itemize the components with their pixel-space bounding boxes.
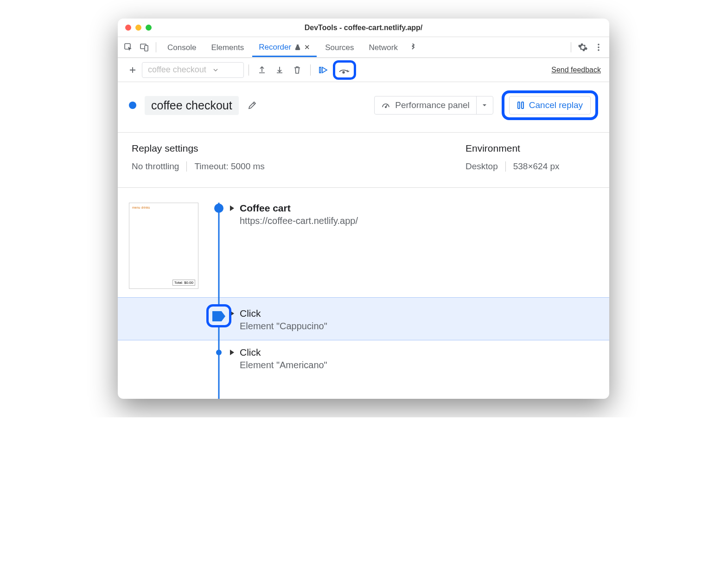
inspect-icon[interactable] — [121, 40, 135, 54]
recording-name[interactable]: coffee checkout — [145, 96, 239, 115]
import-icon[interactable] — [271, 62, 288, 78]
settings-gear-icon[interactable] — [576, 40, 590, 54]
current-step-arrow-icon — [212, 311, 225, 321]
tab-label: Recorder — [259, 43, 291, 52]
step-over-icon[interactable] — [337, 64, 352, 77]
recording-header: coffee checkout Performance panel Cancel… — [118, 82, 609, 133]
titlebar: DevTools - coffee-cart.netlify.app/ — [118, 19, 609, 37]
divider — [571, 42, 571, 52]
env-device-value: Desktop — [466, 161, 498, 172]
replay-settings-group: Replay settings No throttling Timeout: 5… — [132, 143, 265, 172]
expand-triangle-icon[interactable] — [230, 205, 234, 211]
svg-point-4 — [598, 46, 599, 48]
tab-elements[interactable]: Elements — [204, 38, 250, 56]
new-recording-icon[interactable] — [124, 62, 141, 78]
svg-point-3 — [598, 44, 599, 45]
svg-rect-6 — [319, 67, 321, 73]
thumb-footer: Total: $0.00 — [172, 280, 195, 286]
window-title: DevTools - coffee-cart.netlify.app/ — [118, 24, 609, 32]
delete-icon[interactable] — [289, 62, 306, 78]
tab-label: Sources — [325, 43, 354, 52]
steps-panel: menu drinks Total: $0.00 Coffee cart htt… — [118, 188, 609, 399]
step-subtitle: Element "Cappucino" — [240, 321, 600, 332]
kebab-menu-icon[interactable] — [592, 40, 606, 54]
replay-settings-heading: Replay settings — [132, 143, 265, 154]
timeline-line — [218, 203, 220, 399]
recording-selector[interactable]: coffee checkout — [142, 62, 244, 78]
svg-point-5 — [598, 49, 599, 51]
svg-rect-2 — [145, 45, 148, 51]
timeout-value[interactable]: Timeout: 5000 ms — [194, 161, 264, 172]
divider — [156, 42, 156, 52]
step-over-highlight — [333, 60, 356, 80]
cancel-replay-button[interactable]: Cancel replay — [509, 96, 591, 115]
close-tab-icon[interactable]: ✕ — [304, 43, 310, 51]
step-title: Click — [240, 308, 261, 319]
settings-row: Replay settings No throttling Timeout: 5… — [118, 133, 609, 188]
performance-panel-label: Performance panel — [395, 100, 470, 110]
environment-group: Environment Desktop 538×624 px — [466, 143, 595, 172]
device-toggle-icon[interactable] — [137, 40, 151, 54]
tab-label: Console — [167, 43, 196, 52]
cancel-replay-label: Cancel replay — [529, 100, 583, 110]
tab-label: Network — [369, 43, 398, 52]
recording-selector-label: coffee checkout — [148, 65, 206, 75]
recording-indicator-icon — [129, 102, 136, 109]
tab-recorder[interactable]: Recorder ✕ — [252, 38, 317, 57]
divider — [249, 64, 249, 76]
cancel-replay-highlight: Cancel replay — [502, 90, 598, 120]
tab-network[interactable]: Network — [363, 38, 404, 56]
step-row[interactable]: Click Element "Americano" — [129, 340, 609, 379]
svg-point-8 — [385, 107, 386, 108]
chevron-down-icon — [213, 67, 218, 73]
export-icon[interactable] — [254, 62, 270, 78]
tab-label: Elements — [211, 43, 244, 52]
performance-panel-selector[interactable]: Performance panel — [374, 96, 493, 115]
tab-bar: Console Elements Recorder ✕ Sources Netw… — [118, 37, 609, 58]
environment-heading: Environment — [466, 143, 595, 154]
tab-console[interactable]: Console — [161, 38, 203, 56]
expand-triangle-icon[interactable] — [230, 350, 234, 355]
step-thumbnail: menu drinks Total: $0.00 — [129, 203, 198, 289]
step-row[interactable]: menu drinks Total: $0.00 Coffee cart htt… — [129, 196, 609, 297]
flask-icon — [294, 44, 301, 51]
divider — [505, 161, 506, 172]
step-subtitle: Element "Americano" — [240, 360, 600, 371]
env-size-value: 538×624 px — [513, 161, 560, 172]
step-title: Coffee cart — [240, 203, 291, 213]
pause-icon — [517, 101, 524, 109]
continue-icon[interactable] — [315, 62, 332, 78]
send-feedback-link[interactable]: Send feedback — [551, 66, 601, 74]
throttling-value[interactable]: No throttling — [132, 161, 179, 172]
svg-point-7 — [343, 71, 344, 73]
timeline-node-icon — [214, 204, 223, 213]
gauge-icon — [381, 101, 390, 110]
devtools-window: DevTools - coffee-cart.netlify.app/ Cons… — [118, 19, 609, 399]
svg-rect-10 — [522, 102, 523, 109]
divider — [310, 64, 311, 76]
edit-name-icon[interactable] — [247, 100, 257, 110]
step-title: Click — [240, 347, 261, 358]
thumb-header: menu drinks — [132, 206, 195, 209]
svg-rect-9 — [518, 102, 520, 109]
recorder-toolbar: coffee checkout Send feedback — [118, 58, 609, 82]
timeline-node-icon — [216, 350, 222, 355]
step-subtitle: https://coffee-cart.netlify.app/ — [240, 216, 600, 226]
more-tabs-icon[interactable] — [406, 40, 420, 54]
tab-sources[interactable]: Sources — [319, 38, 360, 56]
current-step-highlight — [206, 304, 231, 327]
chevron-down-icon[interactable] — [476, 96, 493, 114]
divider — [186, 161, 187, 172]
step-row[interactable]: Click Element "Cappucino" — [118, 297, 609, 340]
